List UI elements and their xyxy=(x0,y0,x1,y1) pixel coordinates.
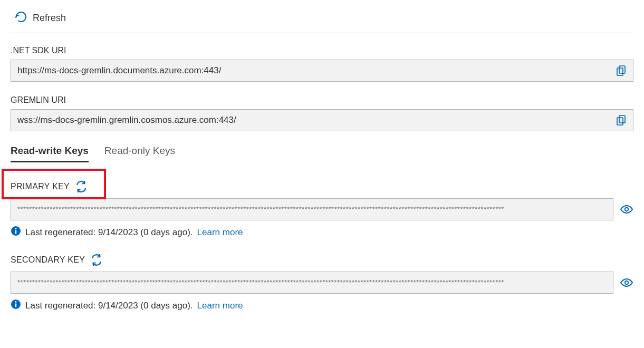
toolbar: Refresh xyxy=(11,7,633,33)
gremlin-uri-value: wss://ms-docs-gremlin.gremlin.cosmos.azu… xyxy=(17,115,236,125)
tab-read-only-keys[interactable]: Read-only Keys xyxy=(104,145,175,162)
show-icon[interactable] xyxy=(620,203,633,216)
regenerate-icon[interactable] xyxy=(75,180,88,193)
net-sdk-uri-label: .NET SDK URI xyxy=(11,46,633,55)
info-prefix: Last regenerated: xyxy=(25,227,98,237)
gremlin-uri-block: GREMLIN URI wss://ms-docs-gremlin.gremli… xyxy=(11,95,633,131)
copy-icon[interactable] xyxy=(616,65,627,76)
secondary-key-section: SECONDARY KEY **************************… xyxy=(11,254,633,312)
info-date: 9/14/2023 (0 days ago). xyxy=(98,301,193,311)
info-icon xyxy=(11,299,21,312)
primary-key-info: Last regenerated: 9/14/2023 (0 days ago)… xyxy=(11,226,633,239)
regenerate-icon[interactable] xyxy=(90,254,103,266)
refresh-button[interactable]: Refresh xyxy=(15,11,66,25)
info-date: 9/14/2023 (0 days ago). xyxy=(98,227,193,237)
secondary-key-info: Last regenerated: 9/14/2023 (0 days ago)… xyxy=(11,299,633,312)
net-sdk-uri-value: https://ms-docs-gremlin.documents.azure.… xyxy=(17,65,221,76)
primary-key-section: PRIMARY KEY ****************************… xyxy=(11,180,633,239)
gremlin-uri-label: GREMLIN URI xyxy=(11,95,633,105)
gremlin-uri-input[interactable]: wss://ms-docs-gremlin.gremlin.cosmos.azu… xyxy=(11,109,633,131)
secondary-key-label: SECONDARY KEY xyxy=(11,255,85,265)
net-sdk-uri-input[interactable]: https://ms-docs-gremlin.documents.azure.… xyxy=(11,60,633,82)
primary-key-input[interactable]: ****************************************… xyxy=(11,198,613,220)
refresh-icon xyxy=(15,11,27,25)
show-icon[interactable] xyxy=(620,276,633,289)
info-icon xyxy=(11,226,21,239)
keys-tabs: Read-write Keys Read-only Keys xyxy=(11,145,633,162)
learn-more-link[interactable]: Learn more xyxy=(197,301,243,311)
primary-key-label: PRIMARY KEY xyxy=(11,182,70,191)
info-prefix: Last regenerated: xyxy=(25,301,98,311)
secondary-key-input[interactable]: ****************************************… xyxy=(11,272,613,294)
refresh-label: Refresh xyxy=(33,13,66,24)
tab-read-write-keys[interactable]: Read-write Keys xyxy=(11,145,89,162)
learn-more-link[interactable]: Learn more xyxy=(197,227,243,238)
copy-icon[interactable] xyxy=(616,114,627,126)
net-sdk-uri-block: .NET SDK URI https://ms-docs-gremlin.doc… xyxy=(11,46,633,82)
